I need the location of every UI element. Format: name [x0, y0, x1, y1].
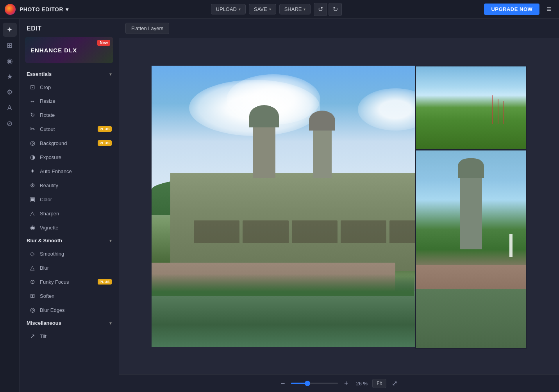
flatten-layers-button[interactable]: Flatten Layers — [125, 23, 169, 34]
misc-title: Miscellaneous — [27, 320, 61, 326]
auto-enhance-label: Auto Enhance — [40, 168, 112, 174]
vignette-label: Vignette — [40, 225, 112, 231]
save-button[interactable]: SAVE ▾ — [249, 4, 276, 14]
enhance-banner-text: ENHANCE DLX — [30, 47, 77, 54]
color-label: Color — [40, 197, 112, 202]
funky-focus-label: Funky Focus — [40, 279, 94, 285]
resize-icon: ↔ — [29, 98, 36, 104]
funky-focus-icon: ⊙ — [29, 278, 36, 285]
exposure-icon: ◑ — [29, 154, 36, 161]
background-icon: ◎ — [29, 140, 36, 147]
section-essentials[interactable]: Essentials ▾ — [20, 68, 119, 80]
soften-label: Soften — [40, 293, 112, 299]
overlay-image-field — [415, 66, 527, 150]
rotate-icon: ↻ — [29, 111, 36, 118]
sidebar-item-blur-edges[interactable]: ◎ Blur Edges — [20, 303, 119, 317]
exposure-label: Exposure — [40, 154, 112, 160]
iconbar-item-text[interactable]: A — [3, 101, 17, 115]
expand-button[interactable]: ⤢ — [389, 378, 400, 389]
tilt-label: Tilt — [40, 333, 112, 339]
zoom-value: 26 % — [354, 381, 369, 387]
iconbar-item-view[interactable]: ◉ — [3, 54, 17, 68]
sidebar-item-tilt[interactable]: ↗ Tilt — [20, 329, 119, 343]
resize-label: Resize — [40, 98, 112, 104]
auto-enhance-icon: ✦ — [29, 168, 36, 175]
cutout-icon: ✂ — [29, 125, 36, 132]
upload-button[interactable]: UPLOAD ▾ — [211, 4, 246, 14]
sidebar-item-background[interactable]: ◎ Background PLUS — [20, 136, 119, 150]
redo-button[interactable]: ↻ — [329, 3, 342, 16]
essentials-title: Essentials — [27, 71, 52, 77]
blur-chevron: ▾ — [109, 238, 112, 243]
sidebar-item-color[interactable]: ▣ Color — [20, 192, 119, 206]
iconbar-item-edit[interactable]: ✦ — [3, 23, 17, 37]
rotate-label: Rotate — [40, 112, 112, 118]
app-title-chevron: ▾ — [66, 6, 69, 13]
sidebar-item-soften[interactable]: ⊞ Soften — [20, 289, 119, 303]
blur-title: Blur & Smooth — [27, 238, 62, 243]
sidebar-header: EDIT — [20, 19, 119, 35]
icon-bar: ✦ ⊞ ◉ ★ ⚙ A ⊘ — [0, 19, 20, 392]
iconbar-item-layers[interactable]: ⊘ — [3, 116, 17, 131]
topbar: PHOTO EDITOR ▾ UPLOAD ▾ SAVE ▾ SHARE ▾ ↺… — [0, 0, 559, 19]
upload-chevron: ▾ — [239, 7, 241, 11]
background-label: Background — [40, 140, 94, 146]
crop-icon: ⊡ — [29, 84, 36, 91]
sidebar-item-cutout[interactable]: ✂ Cutout PLUS — [20, 122, 119, 136]
iconbar-item-star[interactable]: ★ — [3, 70, 17, 84]
zoom-slider-thumb[interactable] — [305, 381, 310, 386]
enhance-banner[interactable]: ENHANCE DLX New — [25, 37, 113, 63]
enhance-badge: New — [97, 40, 110, 46]
save-chevron: ▾ — [269, 7, 271, 11]
share-button[interactable]: SHARE ▾ — [279, 4, 311, 14]
sharpen-label: Sharpen — [40, 211, 112, 217]
sidebar-item-crop[interactable]: ⊡ Crop — [20, 80, 119, 94]
blur-label: Blur — [40, 265, 112, 271]
app-logo — [5, 4, 16, 15]
cutout-label: Cutout — [40, 126, 94, 132]
sidebar-item-vignette[interactable]: ◉ Vignette — [20, 220, 119, 234]
sharpen-icon: △ — [29, 210, 36, 217]
canvas-bottombar: − + 26 % Fit ⤢ — [119, 374, 559, 392]
sidebar-item-sharpen[interactable]: △ Sharpen — [20, 206, 119, 220]
main-area: ✦ ⊞ ◉ ★ ⚙ A ⊘ EDIT ENHANCE DLX New Essen… — [0, 19, 559, 392]
app-title-text: PHOTO EDITOR — [20, 6, 63, 13]
misc-chevron: ▾ — [109, 320, 112, 326]
tilt-icon: ↗ — [29, 333, 36, 340]
zoom-in-button[interactable]: + — [341, 378, 351, 388]
blur-icon: △ — [29, 264, 36, 271]
color-icon: ▣ — [29, 196, 36, 203]
zoom-slider[interactable] — [291, 383, 338, 384]
sidebar-item-rotate[interactable]: ↻ Rotate — [20, 108, 119, 122]
iconbar-item-settings[interactable]: ⚙ — [3, 85, 17, 99]
undo-redo-group: ↺ ↻ — [314, 3, 342, 16]
sidebar-item-smoothing[interactable]: ◇ Smoothing — [20, 247, 119, 261]
canvas-toolbar: Flatten Layers — [119, 19, 559, 38]
hamburger-button[interactable]: ≡ — [543, 3, 554, 15]
zoom-out-button[interactable]: − — [278, 378, 288, 388]
overlay-image-castle2 — [415, 150, 527, 349]
fit-button[interactable]: Fit — [372, 379, 386, 388]
topbar-center: UPLOAD ▾ SAVE ▾ SHARE ▾ ↺ ↻ — [211, 3, 342, 16]
photo-canvas — [152, 66, 527, 347]
crop-label: Crop — [40, 84, 112, 90]
canvas-viewport[interactable] — [119, 38, 559, 374]
upgrade-button[interactable]: UPGRADE NOW — [484, 4, 539, 15]
beautify-label: Beautify — [40, 183, 112, 188]
section-blur[interactable]: Blur & Smooth ▾ — [20, 234, 119, 247]
sidebar-item-funky-focus[interactable]: ⊙ Funky Focus PLUS — [20, 275, 119, 289]
undo-button[interactable]: ↺ — [314, 3, 327, 16]
app-title[interactable]: PHOTO EDITOR ▾ — [20, 6, 69, 13]
sidebar-item-auto-enhance[interactable]: ✦ Auto Enhance — [20, 164, 119, 178]
section-misc[interactable]: Miscellaneous ▾ — [20, 317, 119, 329]
canvas-area: Flatten Layers — [119, 19, 559, 392]
sidebar-item-blur[interactable]: △ Blur — [20, 261, 119, 275]
blur-edges-icon: ◎ — [29, 306, 36, 313]
background-plus-badge: PLUS — [98, 140, 112, 146]
sidebar-item-beautify[interactable]: ⊛ Beautify — [20, 178, 119, 192]
soften-icon: ⊞ — [29, 292, 36, 299]
sidebar-item-resize[interactable]: ↔ Resize — [20, 94, 119, 108]
vignette-icon: ◉ — [29, 224, 36, 231]
iconbar-item-adjust[interactable]: ⊞ — [3, 38, 17, 52]
sidebar-item-exposure[interactable]: ◑ Exposure — [20, 150, 119, 164]
